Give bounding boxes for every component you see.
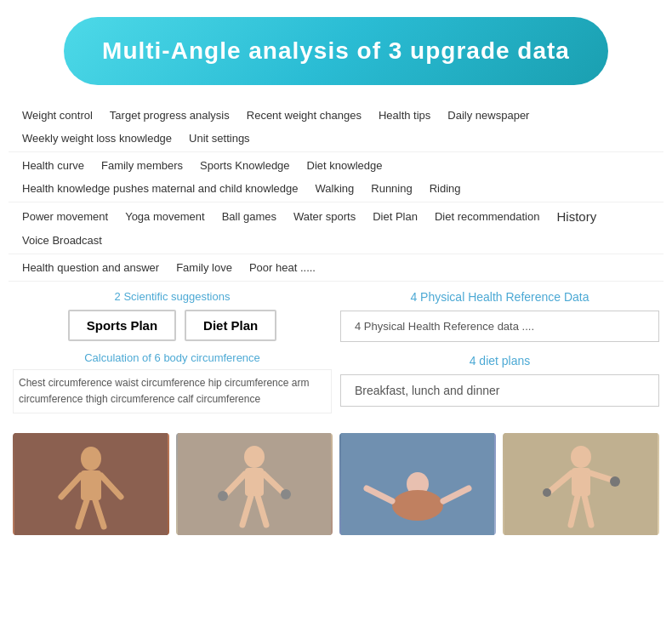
nav-health-tips[interactable]: Health tips [372, 105, 437, 125]
nav-diet-knowledge[interactable]: Diet knowledge [300, 156, 390, 175]
reference-data-title: 4 Physical Health Reference Data [340, 290, 659, 304]
nav-target-progress[interactable]: Target progress analysis [103, 105, 236, 125]
nav-row-3: Power movement Yoga movement Ball games … [9, 202, 663, 254]
right-panel: 4 Physical Health Reference Data 4 Physi… [340, 290, 659, 413]
banner-header: Multi-Angle analysis of 3 upgrade data [64, 17, 608, 85]
fitness-image-1[interactable] [13, 433, 169, 535]
svg-rect-9 [245, 468, 264, 496]
reference-data-text: 4 Physical Health Reference data .... [355, 320, 534, 333]
svg-point-22 [571, 446, 591, 468]
nav-daily-newspaper[interactable]: Daily newspaper [441, 105, 536, 125]
body-circumference-title: Calculation of 6 body circumference [13, 351, 332, 364]
fitness-image-2[interactable] [176, 433, 333, 535]
nav-ball-games[interactable]: Ball games [215, 207, 283, 226]
nav-health-knowledge[interactable]: Health knowledge pushes maternal and chi… [15, 179, 305, 198]
fitness-image-3[interactable] [339, 433, 496, 535]
nav-weekly-weight[interactable]: Weekly weight loss knowledge [15, 128, 179, 148]
sports-plan-button[interactable]: Sports Plan [68, 310, 176, 341]
svg-point-11 [218, 491, 228, 501]
diet-plans-title: 4 diet plans [340, 354, 659, 368]
banner-title: Multi-Angle analysis of 3 upgrade data [102, 37, 570, 65]
svg-point-8 [244, 446, 265, 468]
svg-point-18 [392, 490, 443, 521]
nav-running[interactable]: Running [364, 179, 419, 198]
navigation-area: Weight control Target progress analysis … [0, 102, 672, 282]
nav-poor-heat[interactable]: Poor heat ..... [242, 258, 322, 277]
nav-sports-knowledge[interactable]: Sports Knowledge [193, 156, 297, 175]
nav-diet-recommendation[interactable]: Diet recommendation [428, 207, 547, 226]
nav-riding[interactable]: Riding [423, 179, 468, 198]
diet-plan-button[interactable]: Diet Plan [185, 310, 276, 341]
svg-point-27 [610, 476, 620, 487]
left-panel: 2 Scientific suggestions Sports Plan Die… [13, 290, 332, 413]
image-grid [0, 426, 672, 542]
nav-weight-control[interactable]: Weight control [15, 105, 100, 125]
nav-row-2: Health curve Family members Sports Knowl… [9, 152, 663, 202]
nav-family-love[interactable]: Family love [169, 258, 239, 277]
fitness-image-4[interactable] [503, 433, 659, 535]
plan-button-group: Sports Plan Diet Plan [13, 310, 332, 341]
nav-water-sports[interactable]: Water sports [287, 207, 362, 226]
main-content: 2 Scientific suggestions Sports Plan Die… [0, 282, 672, 422]
nav-unit-settings[interactable]: Unit settings [182, 128, 257, 148]
svg-point-13 [281, 489, 291, 499]
meal-text: Breakfast, lunch and dinner [355, 384, 499, 397]
nav-history[interactable]: History [550, 206, 603, 227]
svg-rect-2 [81, 470, 101, 500]
body-measurements-text: Chest circumference waist circumference … [13, 369, 332, 413]
reference-data-box[interactable]: 4 Physical Health Reference data .... [340, 311, 659, 342]
meal-box[interactable]: Breakfast, lunch and dinner [340, 374, 659, 407]
nav-recent-weight[interactable]: Recent weight changes [240, 105, 368, 125]
nav-health-curve[interactable]: Health curve [15, 156, 91, 175]
nav-walking[interactable]: Walking [309, 179, 362, 198]
nav-diet-plan[interactable]: Diet Plan [366, 207, 424, 226]
scientific-suggestions-title: 2 Scientific suggestions [13, 290, 332, 303]
nav-row-4: Health question and answer Family love P… [9, 254, 663, 282]
nav-row-1: Weight control Target progress analysis … [9, 102, 663, 152]
svg-point-1 [81, 447, 101, 470]
nav-power-movement[interactable]: Power movement [15, 207, 115, 226]
nav-health-qa[interactable]: Health question and answer [15, 258, 166, 277]
nav-family-members[interactable]: Family members [94, 156, 190, 175]
nav-voice-broadcast[interactable]: Voice Broadcast [15, 231, 109, 250]
svg-point-25 [543, 488, 551, 497]
nav-yoga[interactable]: Yoga movement [118, 207, 211, 226]
